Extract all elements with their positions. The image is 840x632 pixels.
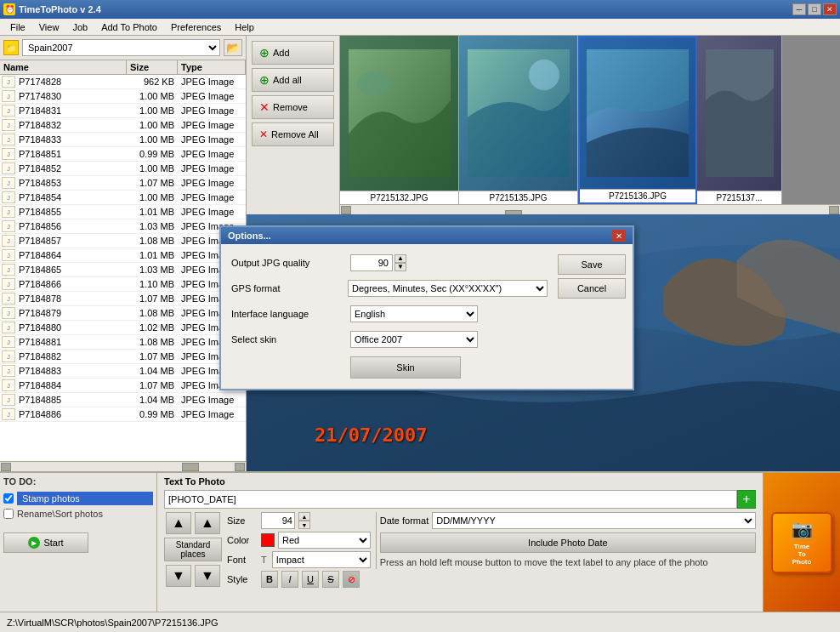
file-row[interactable]: J P7184880 1.02 MB JPEG Image bbox=[0, 321, 246, 335]
underline-button[interactable]: U bbox=[302, 571, 319, 588]
thumb-label-1: P7215132.JPG bbox=[340, 191, 458, 204]
skin-button[interactable]: Skin bbox=[350, 356, 461, 379]
file-row[interactable]: J P7184856 1.03 MB JPEG Image bbox=[0, 219, 246, 234]
file-size: 0.99 MB bbox=[127, 149, 178, 159]
rename-sort-checkbox[interactable] bbox=[3, 509, 14, 519]
file-row[interactable]: J P7184854 1.00 MB JPEG Image bbox=[0, 191, 246, 205]
menu-preferences[interactable]: Preferences bbox=[164, 20, 228, 34]
close-button[interactable]: ✕ bbox=[823, 3, 837, 15]
start-button[interactable]: ▶ Start bbox=[3, 532, 88, 553]
ttp-add-button[interactable]: + bbox=[737, 490, 756, 509]
browse-folder-button[interactable]: 📂 bbox=[224, 39, 242, 56]
file-row[interactable]: J P7184853 1.07 MB JPEG Image bbox=[0, 176, 246, 191]
bold-button[interactable]: B bbox=[261, 571, 278, 588]
jpg-quality-up-button[interactable]: ▲ bbox=[394, 254, 406, 263]
file-name: P7184864 bbox=[17, 250, 127, 260]
photo-thumb-2[interactable]: P7215135.JPG bbox=[459, 36, 578, 204]
thumb-label-4: P7215137... bbox=[697, 191, 781, 204]
file-type: JPEG Image bbox=[178, 134, 246, 145]
file-row[interactable]: J P7174830 1.00 MB JPEG Image bbox=[0, 89, 246, 104]
special-style-button[interactable]: ⊘ bbox=[343, 571, 360, 588]
file-icon: J bbox=[2, 90, 15, 102]
file-row[interactable]: J P7184852 1.00 MB JPEG Image bbox=[0, 162, 246, 176]
rename-sort-label[interactable]: Rename\Sort photos bbox=[17, 509, 103, 519]
file-row[interactable]: J P7184865 1.03 MB JPEG Image bbox=[0, 263, 246, 277]
photo-thumb-4[interactable]: P7215137... bbox=[697, 36, 782, 204]
file-size: 1.00 MB bbox=[127, 134, 178, 145]
menu-view[interactable]: View bbox=[32, 20, 66, 34]
date-format-select[interactable]: DD/MM/YYYY MM/DD/YYYY YYYY/MM/DD DD-MM-Y… bbox=[432, 512, 756, 529]
file-row[interactable]: J P7184831 1.00 MB JPEG Image bbox=[0, 104, 246, 118]
size-input[interactable] bbox=[261, 512, 295, 529]
thumb-img-4 bbox=[697, 36, 781, 191]
file-row[interactable]: J P7184833 1.00 MB JPEG Image bbox=[0, 133, 246, 147]
file-row[interactable]: J P7184881 1.08 MB JPEG Image bbox=[0, 335, 246, 350]
standard-places-button[interactable]: Standard places bbox=[164, 538, 222, 561]
scroll-thumb[interactable] bbox=[182, 463, 199, 471]
move-down-left-button[interactable]: ▼ bbox=[166, 565, 191, 587]
menu-file[interactable]: File bbox=[3, 20, 32, 34]
file-type: JPEG Image bbox=[178, 207, 246, 217]
file-type: JPEG Image bbox=[178, 192, 246, 202]
maximize-button[interactable]: □ bbox=[808, 3, 821, 15]
strikethrough-button[interactable]: S bbox=[322, 571, 339, 588]
bottom-panel: TO DO: Stamp photos Rename\Sort photos ▶… bbox=[0, 471, 840, 612]
photo-thumb-3[interactable]: P7215136.JPG bbox=[578, 36, 697, 204]
include-photo-date-button[interactable]: Include Photo Date bbox=[380, 532, 756, 553]
thumb-img-2 bbox=[459, 36, 577, 191]
file-row[interactable]: J P7174828 962 KB JPEG Image bbox=[0, 75, 246, 89]
stamp-photos-label[interactable]: Stamp photos bbox=[17, 492, 153, 505]
date-format-row: Date format DD/MM/YYYY MM/DD/YYYY YYYY/M… bbox=[380, 512, 756, 529]
menu-job[interactable]: Job bbox=[65, 20, 94, 34]
stamp-photos-checkbox[interactable] bbox=[3, 493, 14, 504]
file-size: 1.00 MB bbox=[127, 105, 178, 116]
menu-addtophoto[interactable]: Add To Photo bbox=[94, 20, 164, 34]
ttp-text-input[interactable] bbox=[164, 490, 737, 509]
dialog-close-button[interactable]: ✕ bbox=[612, 230, 626, 242]
size-down-button[interactable]: ▼ bbox=[298, 521, 310, 529]
jpg-quality-spinner-btns: ▲ ▼ bbox=[394, 254, 406, 271]
color-select[interactable]: Red Blue Green White Black Yellow bbox=[278, 532, 371, 549]
move-up-left-button[interactable]: ▲ bbox=[166, 512, 191, 534]
horizontal-scrollbar[interactable] bbox=[0, 461, 246, 471]
menu-help[interactable]: Help bbox=[228, 20, 261, 34]
add-all-button[interactable]: ⊕ Add all bbox=[252, 68, 334, 92]
folder-select[interactable]: Spain2007 bbox=[22, 39, 220, 56]
move-up-button[interactable]: ▲ bbox=[195, 512, 220, 534]
file-row[interactable]: J P7184866 1.10 MB JPEG Image bbox=[0, 277, 246, 292]
cancel-button[interactable]: Cancel bbox=[558, 278, 626, 299]
remove-all-button[interactable]: ✕ Remove All bbox=[252, 122, 334, 146]
size-up-button[interactable]: ▲ bbox=[298, 512, 310, 521]
font-select[interactable]: Impact Arial Times New Roman bbox=[272, 551, 371, 568]
photo-strip-scrollbar[interactable] bbox=[340, 204, 840, 214]
file-row[interactable]: J P7184879 1.08 MB JPEG Image bbox=[0, 306, 246, 321]
todo-panel: TO DO: Stamp photos Rename\Sort photos ▶… bbox=[0, 473, 157, 612]
todo-title: TO DO: bbox=[3, 476, 153, 487]
todo-item-2: Rename\Sort photos bbox=[3, 509, 153, 519]
file-row[interactable]: J P7184832 1.00 MB JPEG Image bbox=[0, 118, 246, 133]
jpg-quality-down-button[interactable]: ▼ bbox=[394, 263, 406, 271]
remove-button[interactable]: ✕ Remove bbox=[252, 95, 334, 119]
jpg-quality-input[interactable] bbox=[350, 254, 393, 271]
file-row[interactable]: J P7184851 0.99 MB JPEG Image bbox=[0, 147, 246, 162]
photo-thumb-1[interactable]: P7215132.JPG bbox=[340, 36, 459, 204]
gps-format-select[interactable]: Degrees, Minutes, Sec (XX°XX'XX") Decima… bbox=[348, 280, 548, 297]
save-button[interactable]: Save bbox=[558, 254, 626, 275]
file-row[interactable]: J P7184884 1.07 MB JPEG Image bbox=[0, 379, 246, 393]
gps-format-label: GPS format bbox=[231, 283, 348, 293]
file-row[interactable]: J P7184882 1.07 MB JPEG Image bbox=[0, 350, 246, 364]
minimize-button[interactable]: ─ bbox=[792, 3, 806, 15]
file-row[interactable]: J P7184885 1.04 MB JPEG Image bbox=[0, 393, 246, 407]
file-row[interactable]: J P7184883 1.04 MB JPEG Image bbox=[0, 364, 246, 379]
move-down-button[interactable]: ▼ bbox=[195, 565, 220, 587]
file-row[interactable]: J P7184878 1.07 MB JPEG Image bbox=[0, 292, 246, 306]
file-row[interactable]: J P7184855 1.01 MB JPEG Image bbox=[0, 205, 246, 219]
file-row[interactable]: J P7184864 1.01 MB JPEG Image bbox=[0, 248, 246, 263]
add-button[interactable]: ⊕ Add bbox=[252, 41, 334, 65]
select-skin-select[interactable]: Office 2007 Default Blue bbox=[350, 331, 478, 348]
interface-language-select[interactable]: English Russian German bbox=[350, 305, 478, 322]
file-row[interactable]: J P7184857 1.08 MB JPEG Image bbox=[0, 234, 246, 248]
italic-button[interactable]: I bbox=[281, 571, 298, 588]
file-name: P7184832 bbox=[17, 120, 127, 130]
file-row[interactable]: J P7184886 0.99 MB JPEG Image bbox=[0, 407, 246, 422]
